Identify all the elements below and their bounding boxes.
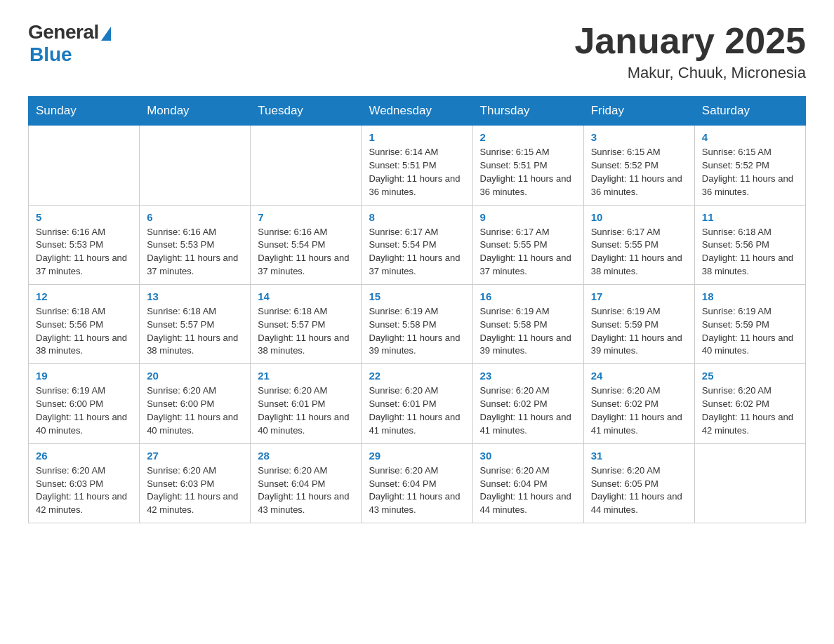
calendar-week-5: 26Sunrise: 6:20 AM Sunset: 6:03 PM Dayli… bbox=[29, 443, 806, 523]
month-title: January 2025 bbox=[574, 21, 806, 61]
day-info: Sunrise: 6:17 AM Sunset: 5:55 PM Dayligh… bbox=[591, 226, 687, 279]
calendar-header-friday: Friday bbox=[583, 97, 694, 126]
day-number: 27 bbox=[147, 450, 243, 462]
day-number: 6 bbox=[147, 211, 243, 223]
calendar-cell: 30Sunrise: 6:20 AM Sunset: 6:04 PM Dayli… bbox=[472, 443, 583, 523]
day-number: 21 bbox=[258, 370, 354, 382]
calendar-cell: 28Sunrise: 6:20 AM Sunset: 6:04 PM Dayli… bbox=[251, 443, 362, 523]
logo-general-text: General bbox=[28, 21, 99, 43]
day-info: Sunrise: 6:20 AM Sunset: 6:04 PM Dayligh… bbox=[480, 464, 576, 517]
calendar-cell bbox=[694, 443, 805, 523]
calendar-cell: 26Sunrise: 6:20 AM Sunset: 6:03 PM Dayli… bbox=[29, 443, 140, 523]
day-info: Sunrise: 6:20 AM Sunset: 6:02 PM Dayligh… bbox=[591, 384, 687, 437]
calendar-header-tuesday: Tuesday bbox=[251, 97, 362, 126]
day-info: Sunrise: 6:18 AM Sunset: 5:57 PM Dayligh… bbox=[258, 305, 354, 358]
day-number: 18 bbox=[702, 290, 798, 302]
day-number: 14 bbox=[258, 290, 354, 302]
calendar-header-saturday: Saturday bbox=[694, 97, 805, 126]
logo-blue-text: Blue bbox=[29, 43, 72, 66]
calendar-cell: 11Sunrise: 6:18 AM Sunset: 5:56 PM Dayli… bbox=[694, 205, 805, 284]
calendar-header-row: SundayMondayTuesdayWednesdayThursdayFrid… bbox=[29, 97, 806, 126]
calendar-week-1: 1Sunrise: 6:14 AM Sunset: 5:51 PM Daylig… bbox=[29, 126, 806, 205]
calendar-cell: 14Sunrise: 6:18 AM Sunset: 5:57 PM Dayli… bbox=[251, 284, 362, 363]
day-info: Sunrise: 6:17 AM Sunset: 5:54 PM Dayligh… bbox=[369, 226, 465, 279]
day-info: Sunrise: 6:18 AM Sunset: 5:57 PM Dayligh… bbox=[147, 305, 243, 358]
day-number: 10 bbox=[591, 211, 687, 223]
day-number: 3 bbox=[591, 131, 687, 143]
day-info: Sunrise: 6:16 AM Sunset: 5:54 PM Dayligh… bbox=[258, 226, 354, 279]
day-info: Sunrise: 6:15 AM Sunset: 5:52 PM Dayligh… bbox=[702, 146, 798, 199]
day-info: Sunrise: 6:16 AM Sunset: 5:53 PM Dayligh… bbox=[147, 226, 243, 279]
calendar-cell: 27Sunrise: 6:20 AM Sunset: 6:03 PM Dayli… bbox=[140, 443, 251, 523]
day-number: 13 bbox=[147, 290, 243, 302]
calendar-cell: 8Sunrise: 6:17 AM Sunset: 5:54 PM Daylig… bbox=[362, 205, 472, 284]
day-info: Sunrise: 6:15 AM Sunset: 5:51 PM Dayligh… bbox=[480, 146, 576, 199]
day-info: Sunrise: 6:19 AM Sunset: 5:59 PM Dayligh… bbox=[702, 305, 798, 358]
day-number: 28 bbox=[258, 450, 354, 462]
day-info: Sunrise: 6:20 AM Sunset: 6:05 PM Dayligh… bbox=[591, 464, 687, 517]
calendar-cell: 24Sunrise: 6:20 AM Sunset: 6:02 PM Dayli… bbox=[583, 364, 694, 443]
day-number: 26 bbox=[36, 450, 132, 462]
day-info: Sunrise: 6:14 AM Sunset: 5:51 PM Dayligh… bbox=[369, 146, 465, 199]
calendar-header-monday: Monday bbox=[140, 97, 251, 126]
day-info: Sunrise: 6:20 AM Sunset: 6:04 PM Dayligh… bbox=[258, 464, 354, 517]
calendar-cell: 13Sunrise: 6:18 AM Sunset: 5:57 PM Dayli… bbox=[140, 284, 251, 363]
day-number: 12 bbox=[36, 290, 132, 302]
day-info: Sunrise: 6:20 AM Sunset: 6:04 PM Dayligh… bbox=[369, 464, 465, 517]
calendar-week-3: 12Sunrise: 6:18 AM Sunset: 5:56 PM Dayli… bbox=[29, 284, 806, 363]
day-number: 1 bbox=[369, 131, 465, 143]
day-number: 17 bbox=[591, 290, 687, 302]
day-info: Sunrise: 6:20 AM Sunset: 6:02 PM Dayligh… bbox=[480, 384, 576, 437]
day-number: 25 bbox=[702, 370, 798, 382]
day-info: Sunrise: 6:19 AM Sunset: 5:58 PM Dayligh… bbox=[369, 305, 465, 358]
day-number: 11 bbox=[702, 211, 798, 223]
day-number: 16 bbox=[480, 290, 576, 302]
calendar-cell: 15Sunrise: 6:19 AM Sunset: 5:58 PM Dayli… bbox=[362, 284, 472, 363]
logo: General Blue bbox=[28, 21, 111, 66]
calendar-cell: 1Sunrise: 6:14 AM Sunset: 5:51 PM Daylig… bbox=[362, 126, 472, 205]
calendar-header-sunday: Sunday bbox=[29, 97, 140, 126]
day-number: 8 bbox=[369, 211, 465, 223]
calendar-cell bbox=[251, 126, 362, 205]
calendar-cell: 25Sunrise: 6:20 AM Sunset: 6:02 PM Dayli… bbox=[694, 364, 805, 443]
day-info: Sunrise: 6:15 AM Sunset: 5:52 PM Dayligh… bbox=[591, 146, 687, 199]
calendar-cell: 23Sunrise: 6:20 AM Sunset: 6:02 PM Dayli… bbox=[472, 364, 583, 443]
day-number: 5 bbox=[36, 211, 132, 223]
location-title: Makur, Chuuk, Micronesia bbox=[574, 64, 806, 82]
day-info: Sunrise: 6:19 AM Sunset: 5:58 PM Dayligh… bbox=[480, 305, 576, 358]
day-info: Sunrise: 6:17 AM Sunset: 5:55 PM Dayligh… bbox=[480, 226, 576, 279]
day-info: Sunrise: 6:20 AM Sunset: 6:01 PM Dayligh… bbox=[369, 384, 465, 437]
calendar-table: SundayMondayTuesdayWednesdayThursdayFrid… bbox=[28, 96, 806, 523]
day-number: 2 bbox=[480, 131, 576, 143]
day-info: Sunrise: 6:18 AM Sunset: 5:56 PM Dayligh… bbox=[702, 226, 798, 279]
calendar-week-4: 19Sunrise: 6:19 AM Sunset: 6:00 PM Dayli… bbox=[29, 364, 806, 443]
calendar-cell: 18Sunrise: 6:19 AM Sunset: 5:59 PM Dayli… bbox=[694, 284, 805, 363]
calendar-header-wednesday: Wednesday bbox=[362, 97, 472, 126]
calendar-cell bbox=[29, 126, 140, 205]
day-info: Sunrise: 6:18 AM Sunset: 5:56 PM Dayligh… bbox=[36, 305, 132, 358]
calendar-cell: 7Sunrise: 6:16 AM Sunset: 5:54 PM Daylig… bbox=[251, 205, 362, 284]
page-header: General Blue January 2025 Makur, Chuuk, … bbox=[28, 21, 806, 82]
day-number: 31 bbox=[591, 450, 687, 462]
calendar-cell: 16Sunrise: 6:19 AM Sunset: 5:58 PM Dayli… bbox=[472, 284, 583, 363]
day-number: 22 bbox=[369, 370, 465, 382]
calendar-cell: 21Sunrise: 6:20 AM Sunset: 6:01 PM Dayli… bbox=[251, 364, 362, 443]
day-number: 20 bbox=[147, 370, 243, 382]
title-section: January 2025 Makur, Chuuk, Micronesia bbox=[574, 21, 806, 82]
calendar-cell: 22Sunrise: 6:20 AM Sunset: 6:01 PM Dayli… bbox=[362, 364, 472, 443]
calendar-cell: 9Sunrise: 6:17 AM Sunset: 5:55 PM Daylig… bbox=[472, 205, 583, 284]
calendar-cell: 19Sunrise: 6:19 AM Sunset: 6:00 PM Dayli… bbox=[29, 364, 140, 443]
day-number: 9 bbox=[480, 211, 576, 223]
calendar-cell: 4Sunrise: 6:15 AM Sunset: 5:52 PM Daylig… bbox=[694, 126, 805, 205]
day-number: 4 bbox=[702, 131, 798, 143]
calendar-cell: 29Sunrise: 6:20 AM Sunset: 6:04 PM Dayli… bbox=[362, 443, 472, 523]
calendar-cell: 2Sunrise: 6:15 AM Sunset: 5:51 PM Daylig… bbox=[472, 126, 583, 205]
day-number: 30 bbox=[480, 450, 576, 462]
day-info: Sunrise: 6:16 AM Sunset: 5:53 PM Dayligh… bbox=[36, 226, 132, 279]
calendar-cell: 10Sunrise: 6:17 AM Sunset: 5:55 PM Dayli… bbox=[583, 205, 694, 284]
day-info: Sunrise: 6:19 AM Sunset: 6:00 PM Dayligh… bbox=[36, 384, 132, 437]
day-info: Sunrise: 6:20 AM Sunset: 6:00 PM Dayligh… bbox=[147, 384, 243, 437]
day-info: Sunrise: 6:20 AM Sunset: 6:01 PM Dayligh… bbox=[258, 384, 354, 437]
calendar-cell: 3Sunrise: 6:15 AM Sunset: 5:52 PM Daylig… bbox=[583, 126, 694, 205]
calendar-cell bbox=[140, 126, 251, 205]
